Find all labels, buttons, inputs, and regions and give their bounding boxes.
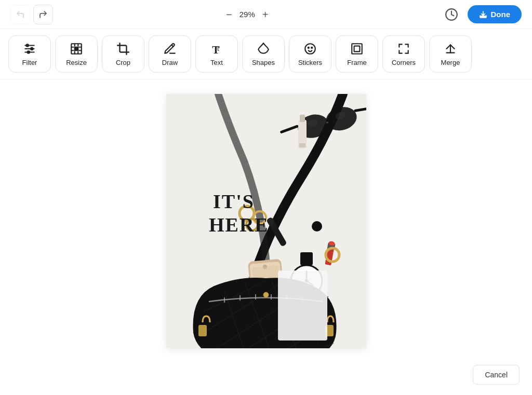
corners-label: Corners [392, 59, 416, 66]
svg-rect-26 [300, 115, 305, 122]
canvas-area: WATCH [0, 79, 532, 359]
svg-rect-15 [352, 44, 362, 54]
resize-icon [70, 42, 83, 56]
svg-point-14 [311, 47, 312, 48]
download-icon [479, 10, 487, 19]
svg-point-12 [305, 44, 315, 54]
draw-icon [163, 42, 177, 56]
tool-frame[interactable]: Frame [336, 35, 378, 73]
top-bar-left [10, 5, 53, 24]
frame-label: Frame [347, 59, 367, 66]
cancel-label: Cancel [485, 371, 508, 379]
svg-text:HERE: HERE [209, 214, 269, 236]
tool-corners[interactable]: Corners [382, 35, 425, 73]
svg-point-70 [263, 292, 269, 297]
stickers-icon [303, 42, 317, 56]
svg-rect-71 [278, 270, 327, 340]
svg-rect-37 [300, 252, 313, 265]
corners-icon [397, 42, 410, 56]
shapes-label: Shapes [252, 59, 275, 66]
svg-point-5 [26, 44, 29, 46]
flatlay-image: WATCH [166, 94, 366, 348]
undo-button[interactable] [10, 5, 30, 24]
resize-label: Resize [66, 59, 87, 66]
image-canvas[interactable]: WATCH [166, 94, 366, 348]
top-bar: − 29% + Done [0, 0, 532, 29]
shapes-icon [257, 42, 270, 56]
svg-rect-16 [354, 46, 360, 52]
redo-icon [38, 10, 48, 19]
text-icon: T t [210, 42, 223, 56]
redo-button[interactable] [33, 5, 53, 24]
merge-icon [444, 42, 457, 56]
crop-icon [116, 42, 130, 56]
crop-label: Crop [116, 59, 130, 66]
svg-point-13 [308, 47, 309, 48]
svg-text:t: t [217, 44, 219, 52]
filter-icon [23, 42, 36, 56]
svg-rect-68 [198, 325, 207, 336]
tool-crop[interactable]: Crop [102, 35, 144, 73]
text-label: Text [210, 59, 223, 66]
tool-filter[interactable]: Filter [8, 35, 51, 73]
tool-merge[interactable]: Merge [429, 35, 472, 73]
zoom-in-button[interactable]: + [260, 8, 271, 21]
tool-text[interactable]: T t Text [195, 35, 238, 73]
zoom-control: − 29% + [224, 8, 270, 21]
svg-point-33 [312, 221, 322, 231]
zoom-out-button[interactable]: − [224, 8, 234, 21]
svg-line-20 [326, 122, 328, 122]
tool-draw[interactable]: Draw [149, 35, 191, 73]
done-button[interactable]: Done [468, 5, 522, 23]
zoom-value: 29% [240, 10, 255, 19]
tool-stickers[interactable]: Stickers [289, 35, 331, 73]
svg-rect-27 [299, 143, 305, 147]
filter-label: Filter [22, 59, 37, 66]
history-button[interactable] [442, 5, 461, 24]
draw-label: Draw [162, 59, 178, 66]
svg-point-7 [28, 51, 30, 53]
undo-icon [16, 10, 25, 19]
frame-icon [350, 42, 364, 56]
tool-resize[interactable]: Resize [55, 35, 98, 73]
history-icon [445, 8, 458, 21]
svg-rect-9 [74, 47, 79, 51]
toolbar: Filter Resize Crop [0, 29, 532, 79]
svg-point-6 [31, 48, 33, 50]
done-label: Done [491, 10, 511, 19]
stickers-label: Stickers [298, 59, 322, 66]
merge-label: Merge [441, 59, 460, 66]
tool-shapes[interactable]: Shapes [242, 35, 285, 73]
cancel-button[interactable]: Cancel [473, 365, 520, 385]
svg-text:IT'S: IT'S [213, 190, 255, 212]
top-bar-right: Done [442, 5, 522, 24]
